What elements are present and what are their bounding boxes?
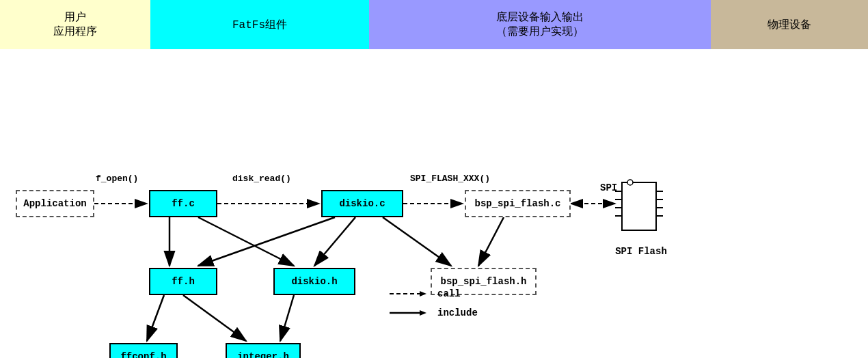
legend-include-arrow	[390, 308, 431, 318]
header-row: 用户应用程序 FatFs组件 底层设备输入输出（需要用户实现） 物理设备	[0, 0, 868, 49]
svg-line-10	[383, 217, 451, 266]
svg-line-11	[478, 217, 504, 266]
legend-call: call	[390, 288, 478, 299]
svg-point-25	[627, 180, 633, 185]
label-disk-read: disk_read()	[232, 174, 291, 184]
legend-call-label: call	[437, 288, 461, 299]
svg-line-7	[198, 217, 294, 266]
diagram: Application ff.c diskio.c bsp_spi_flash.…	[0, 63, 868, 357]
svg-line-14	[280, 295, 294, 341]
svg-line-12	[147, 295, 164, 341]
svg-line-8	[198, 217, 335, 266]
svg-line-9	[314, 217, 355, 266]
band-physical: 物理设备	[711, 0, 868, 49]
legend: call include	[390, 288, 478, 318]
svg-rect-16	[622, 182, 656, 230]
svg-marker-29	[420, 310, 426, 316]
label-spi-flash-xxx: SPI_FLASH_XXX()	[410, 174, 490, 184]
svg-marker-27	[420, 291, 426, 297]
box-bsp-spi-flash-c: bsp_spi_flash.c	[465, 190, 571, 217]
legend-include-label: include	[437, 307, 478, 318]
band-user: 用户应用程序	[0, 0, 150, 49]
box-diskioh: diskio.h	[273, 268, 355, 295]
box-integerh: integer.h	[226, 343, 301, 358]
box-ffh: ff.h	[149, 268, 217, 295]
band-device: 底层设备输入输出（需要用户实现）	[369, 0, 711, 49]
box-diskioc: diskio.c	[321, 190, 403, 217]
svg-line-13	[183, 295, 246, 341]
band-fatfs: FatFs组件	[150, 0, 369, 49]
box-ffc: ff.c	[149, 190, 217, 217]
spi-flash-chip	[615, 179, 663, 240]
spi-flash-label: SPI Flash	[614, 246, 668, 257]
legend-call-arrow	[390, 289, 431, 299]
box-application: Application	[16, 190, 94, 217]
legend-include: include	[390, 307, 478, 318]
label-f-open: f_open()	[96, 174, 138, 184]
box-ffconfh: ffconf.h	[109, 343, 178, 358]
